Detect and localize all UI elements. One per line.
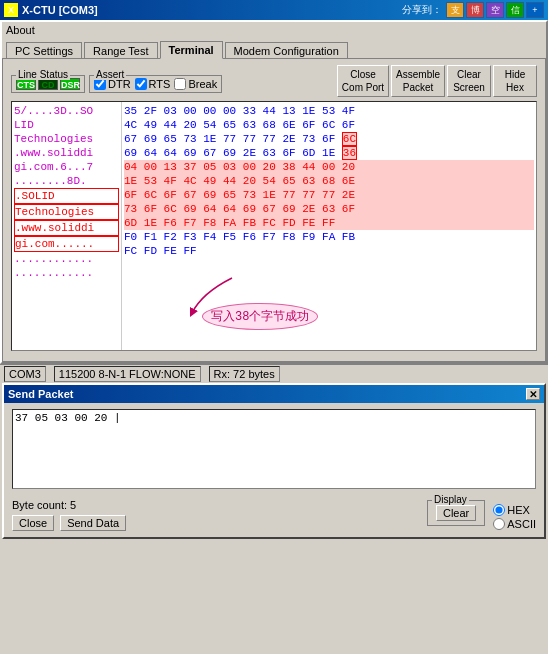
- clear-screen-btn[interactable]: ClearScreen: [447, 65, 491, 97]
- status-bar: COM3 115200 8-N-1 FLOW:NONE Rx: 72 bytes: [0, 364, 548, 383]
- line-status-label: Line Status: [16, 69, 70, 80]
- window-title: X-CTU [COM3]: [22, 4, 98, 16]
- close-btn[interactable]: Close: [12, 515, 54, 531]
- term-left-5: ........8D.: [14, 174, 119, 188]
- send-data-btn[interactable]: Send Data: [60, 515, 126, 531]
- term-left-2: Technologies: [14, 132, 119, 146]
- status-config: 115200 8-N-1 FLOW:NONE: [54, 366, 201, 382]
- term-right-5: 1E 53 4F 4C 49 44 20 54 65 63 68 6E: [124, 174, 534, 188]
- term-right-0: 35 2F 03 00 00 00 33 44 13 1E 53 4F: [124, 104, 534, 118]
- footer-btn-row: Close Send Data: [12, 515, 126, 531]
- annotation: 写入38个字节成功: [202, 303, 318, 330]
- share-btn-5[interactable]: +: [526, 2, 544, 18]
- main-window: About PC Settings Range Test Terminal Mo…: [0, 20, 548, 364]
- term-left-8: .www.soliddi: [14, 220, 119, 236]
- hex-radio[interactable]: [493, 504, 505, 516]
- share-btn-1[interactable]: 支: [446, 2, 464, 18]
- term-right-8: 6D 1E F6 F7 F8 FA FB FC FD FE FF: [124, 216, 534, 230]
- assert-group: Assert DTR RTS Break: [89, 75, 222, 93]
- term-right-9: F0 F1 F2 F3 F4 F5 F6 F7 F8 F9 FA FB: [124, 230, 534, 244]
- assert-label: Assert: [94, 69, 126, 80]
- status-port: COM3: [4, 366, 46, 382]
- tab-terminal[interactable]: Terminal: [160, 41, 223, 59]
- arrow-svg: [172, 273, 252, 323]
- close-com-port-btn[interactable]: CloseCom Port: [337, 65, 389, 97]
- footer-left: Byte count: 5 Close Send Data: [12, 499, 126, 531]
- menu-about[interactable]: About: [6, 24, 35, 36]
- line-status-group: Line Status CTS CD DSR: [11, 75, 85, 93]
- tab-pc-settings[interactable]: PC Settings: [6, 42, 82, 59]
- assemble-packet-btn[interactable]: AssemblePacket: [391, 65, 445, 97]
- term-left-0: 5/....3D..SO: [14, 104, 119, 118]
- term-right-10: FC FD FE FF: [124, 244, 534, 258]
- term-left-4: gi.com.6...7: [14, 160, 119, 174]
- term-left-3: .www.soliddi: [14, 146, 119, 160]
- rts-label: RTS: [149, 78, 171, 90]
- clear-display-btn[interactable]: Clear: [436, 505, 476, 521]
- share-area: 分享到： 支 博 空 信 +: [402, 2, 544, 18]
- app-icon: X: [4, 3, 18, 17]
- term-right-4: 04 00 13 37 05 03 00 20 38 44 00 20: [124, 160, 534, 174]
- menu-bar: About: [2, 22, 546, 38]
- term-left-9: gi.com......: [14, 236, 119, 252]
- terminal-left: 5/....3D..SO LID Technologies .www.solid…: [12, 102, 122, 350]
- dialog-footer: Byte count: 5 Close Send Data Display Cl…: [4, 497, 544, 537]
- dialog-title-bar: Send Packet ✕: [4, 385, 544, 403]
- display-group: Display Clear: [427, 500, 485, 526]
- send-packet-dialog: Send Packet ✕ 37 05 03 00 20 | Byte coun…: [2, 383, 546, 539]
- inner-status: [7, 353, 541, 357]
- ascii-radio-label[interactable]: ASCII: [493, 518, 536, 530]
- tab-modem-config[interactable]: Modem Configuration: [225, 42, 348, 59]
- tab-content: Line Status CTS CD DSR Assert DTR RTS: [2, 58, 546, 362]
- term-left-10: ............: [14, 252, 119, 266]
- terminal-right: 35 2F 03 00 00 00 33 44 13 1E 53 4F 4C 4…: [122, 102, 536, 350]
- term-right-6: 6F 6C 6F 67 69 65 73 1E 77 77 77 2E: [124, 188, 534, 202]
- ascii-radio[interactable]: [493, 518, 505, 530]
- hide-hex-btn[interactable]: HideHex: [493, 65, 537, 97]
- term-left-7: Technologies: [14, 204, 119, 220]
- display-group-label: Display: [432, 494, 469, 505]
- byte-count-label: Byte count: 5: [12, 499, 126, 511]
- dialog-title-text: Send Packet: [8, 388, 73, 400]
- hex-radio-text: HEX: [507, 504, 530, 516]
- share-btn-3[interactable]: 空: [486, 2, 504, 18]
- share-btn-4[interactable]: 信: [506, 2, 524, 18]
- packet-input[interactable]: 37 05 03 00 20 |: [12, 409, 536, 489]
- dialog-body: 37 05 03 00 20 |: [4, 403, 544, 497]
- term-right-1: 4C 49 44 20 54 65 63 68 6E 6F 6C 6F: [124, 118, 534, 132]
- footer-right: Display Clear HEX ASCII: [427, 500, 536, 530]
- display-options: HEX ASCII: [493, 500, 536, 530]
- share-label: 分享到：: [402, 3, 442, 17]
- terminal-area: 5/....3D..SO LID Technologies .www.solid…: [11, 101, 537, 351]
- status-rx: Rx: 72 bytes: [209, 366, 280, 382]
- controls-row: Line Status CTS CD DSR Assert DTR RTS: [7, 63, 541, 99]
- term-right-3: 69 64 64 69 67 69 2E 63 6F 6D 1E 36: [124, 146, 534, 160]
- break-checkbox[interactable]: [174, 78, 186, 90]
- title-bar: X X-CTU [COM3] 分享到： 支 博 空 信 +: [0, 0, 548, 20]
- term-right-7: 73 6F 6C 69 64 64 69 67 69 2E 63 6F: [124, 202, 534, 216]
- ascii-radio-text: ASCII: [507, 518, 536, 530]
- rts-checkbox-label[interactable]: RTS: [135, 78, 171, 90]
- term-left-6: .SOLID: [14, 188, 119, 204]
- hex-radio-label[interactable]: HEX: [493, 504, 536, 516]
- term-right-2: 67 69 65 73 1E 77 77 77 2E 73 6F 6C: [124, 132, 534, 146]
- rts-checkbox[interactable]: [135, 78, 147, 90]
- term-left-1: LID: [14, 118, 119, 132]
- term-left-11: ............: [14, 266, 119, 280]
- tabs-row: PC Settings Range Test Terminal Modem Co…: [2, 38, 546, 58]
- break-checkbox-label[interactable]: Break: [174, 78, 217, 90]
- share-btn-2[interactable]: 博: [466, 2, 484, 18]
- action-buttons: CloseCom Port AssemblePacket ClearScreen…: [337, 65, 537, 97]
- dialog-close-btn[interactable]: ✕: [526, 388, 540, 400]
- tab-range-test[interactable]: Range Test: [84, 42, 157, 59]
- break-label: Break: [188, 78, 217, 90]
